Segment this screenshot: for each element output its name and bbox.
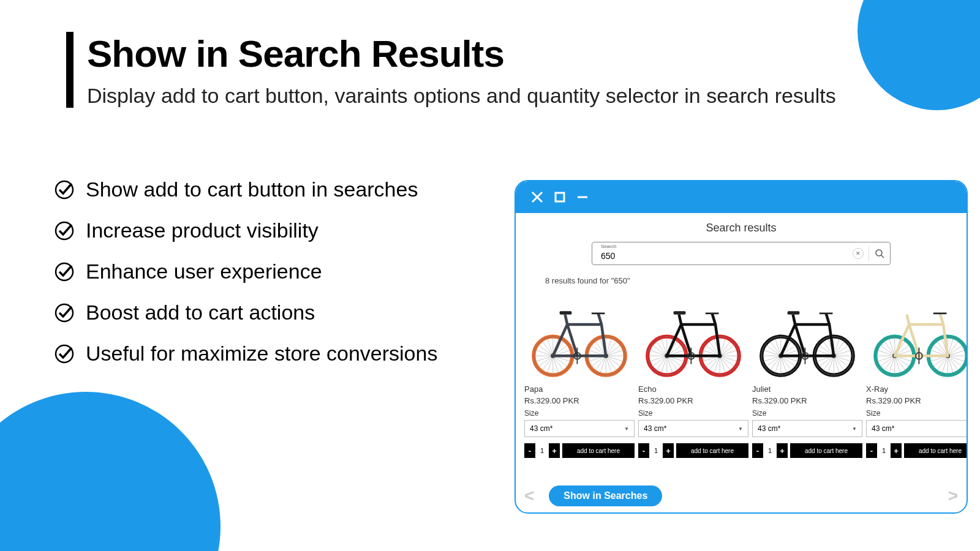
product-price: Rs.329.00 PKR xyxy=(638,396,748,405)
product-card: Juliet Rs.329.00 PKR Size 43 cm* ▼ - 1 +… xyxy=(752,289,862,458)
svg-rect-5 xyxy=(556,193,564,201)
qty-decrease-button[interactable]: - xyxy=(752,443,763,458)
results-count: 8 results found for "650" xyxy=(545,276,967,285)
svg-line-178 xyxy=(948,356,958,370)
svg-line-18 xyxy=(542,356,552,370)
product-price: Rs.329.00 PKR xyxy=(866,396,967,405)
svg-line-192 xyxy=(948,341,958,356)
qty-increase-button[interactable]: + xyxy=(549,443,560,458)
svg-line-115 xyxy=(766,356,781,366)
size-value: 43 cm* xyxy=(758,424,780,433)
qty-decrease-button[interactable]: - xyxy=(866,443,877,458)
svg-line-32 xyxy=(606,356,623,361)
product-price: Rs.329.00 PKR xyxy=(752,396,862,405)
check-icon xyxy=(54,343,75,364)
svg-line-144 xyxy=(834,341,844,356)
svg-line-129 xyxy=(834,356,848,366)
size-select[interactable]: 43 cm* ▼ xyxy=(524,420,635,437)
cart-row: - 1 + add to cart here xyxy=(638,443,748,458)
feature-text: Increase product visibility xyxy=(86,219,318,242)
feature-item: Enhance user experience xyxy=(54,260,437,283)
svg-line-48 xyxy=(606,341,616,356)
decorative-circle-bottom xyxy=(0,392,221,551)
product-card: X-Ray Rs.329.00 PKR Size 43 cm* ▼ - 1 + … xyxy=(866,289,967,458)
decorative-circle-top xyxy=(858,0,980,110)
qty-decrease-button[interactable]: - xyxy=(638,443,649,458)
clear-search-icon[interactable]: ✕ xyxy=(853,248,864,259)
svg-line-35 xyxy=(606,356,611,373)
add-to-cart-button[interactable]: add to cart here xyxy=(676,443,748,458)
svg-line-157 xyxy=(895,356,910,366)
svg-line-23 xyxy=(538,345,553,356)
search-icon[interactable] xyxy=(874,248,885,259)
svg-line-82 xyxy=(720,356,730,370)
svg-line-128 xyxy=(834,356,851,361)
svg-line-194 xyxy=(948,350,965,356)
svg-line-39 xyxy=(591,356,606,366)
svg-line-65 xyxy=(662,356,667,373)
svg-line-113 xyxy=(775,356,781,373)
svg-line-146 xyxy=(834,350,851,356)
size-select[interactable]: 43 cm* ▼ xyxy=(752,420,862,437)
svg-line-70 xyxy=(650,350,667,356)
window-bottom-bar: < Show in Searches > xyxy=(524,485,958,506)
qty-decrease-button[interactable]: - xyxy=(524,443,535,458)
product-card: Papa Rs.329.00 PKR Size 43 cm* ▼ - 1 + a… xyxy=(524,289,635,458)
add-to-cart-button[interactable]: add to cart here xyxy=(562,443,635,458)
svg-line-85 xyxy=(714,356,720,373)
svg-line-193 xyxy=(948,345,962,356)
svg-line-71 xyxy=(652,345,667,356)
svg-line-66 xyxy=(656,356,666,370)
size-select[interactable]: 43 cm* ▼ xyxy=(638,420,748,437)
page-header: Show in Search Results Display add to ca… xyxy=(66,32,836,108)
search-input[interactable] xyxy=(601,245,853,262)
next-arrow-icon[interactable]: > xyxy=(948,486,958,506)
svg-line-109 xyxy=(781,356,796,366)
svg-line-80 xyxy=(720,356,737,361)
chevron-down-icon: ▼ xyxy=(624,426,629,432)
browser-window: Search results Search ✕ 8 results found … xyxy=(514,180,968,514)
show-in-searches-button[interactable]: Show in Searches xyxy=(549,485,662,506)
svg-line-68 xyxy=(650,356,667,361)
product-image[interactable] xyxy=(752,289,862,381)
svg-line-182 xyxy=(937,356,948,370)
search-field-label: Search xyxy=(601,244,616,249)
qty-increase-button[interactable]: + xyxy=(663,443,674,458)
add-to-cart-button[interactable]: add to cart here xyxy=(904,443,967,458)
svg-rect-53 xyxy=(560,311,572,314)
svg-line-96 xyxy=(720,341,730,356)
svg-line-33 xyxy=(606,356,620,366)
size-select[interactable]: 43 cm* ▼ xyxy=(866,420,967,437)
size-value: 43 cm* xyxy=(530,424,552,433)
product-grid: Papa Rs.329.00 PKR Size 43 cm* ▼ - 1 + a… xyxy=(516,285,967,458)
svg-line-13 xyxy=(553,356,568,366)
svg-line-49 xyxy=(606,345,620,356)
product-image[interactable] xyxy=(866,289,967,381)
chevron-down-icon: ▼ xyxy=(852,426,857,432)
qty-increase-button[interactable]: + xyxy=(777,443,788,458)
maximize-icon[interactable] xyxy=(554,191,566,203)
close-icon[interactable] xyxy=(530,190,544,204)
add-to-cart-button[interactable]: add to cart here xyxy=(790,443,862,458)
prev-arrow-icon[interactable]: < xyxy=(524,486,534,506)
qty-increase-button[interactable]: + xyxy=(891,443,902,458)
size-label: Size xyxy=(752,409,862,418)
svg-line-133 xyxy=(828,356,834,373)
feature-item: Boost add to cart actions xyxy=(54,301,437,324)
product-image[interactable] xyxy=(638,289,748,381)
feature-text: Show add to cart button in searches xyxy=(86,178,418,201)
feature-text: Enhance user experience xyxy=(86,260,322,283)
svg-line-19 xyxy=(538,356,553,366)
product-image[interactable] xyxy=(524,289,635,381)
svg-line-134 xyxy=(823,356,834,370)
svg-line-98 xyxy=(720,350,737,356)
svg-line-120 xyxy=(770,341,780,356)
svg-line-62 xyxy=(667,356,677,370)
svg-line-163 xyxy=(880,356,895,366)
minimize-icon[interactable] xyxy=(576,190,589,204)
check-icon xyxy=(54,179,75,200)
svg-line-20 xyxy=(536,356,553,361)
svg-line-118 xyxy=(764,350,781,356)
svg-line-181 xyxy=(942,356,948,373)
feature-list: Show add to cart button in searches Incr… xyxy=(54,178,437,383)
